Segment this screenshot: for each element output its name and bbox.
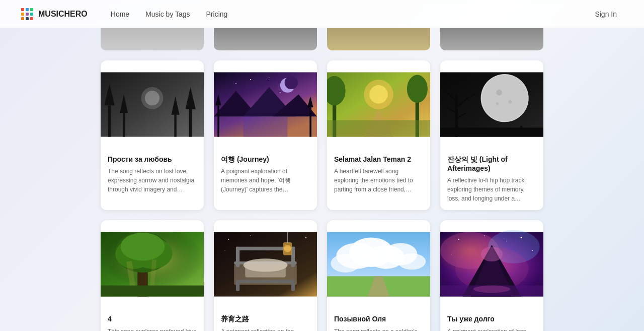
svg-point-11 bbox=[145, 91, 159, 105]
card-pozyvnoy-image bbox=[327, 220, 430, 308]
svg-point-85 bbox=[228, 239, 229, 240]
card-row-2: 4 This song explores profound love and l… bbox=[101, 220, 543, 331]
svg-rect-5 bbox=[30, 13, 33, 16]
card-light[interactable]: 잔상의 빛 (Light of Afterimages) A reflectiv… bbox=[440, 60, 543, 210]
card-row-1: Прости за любовь The song reflects on lo… bbox=[101, 60, 543, 210]
svg-point-86 bbox=[250, 235, 251, 236]
svg-point-42 bbox=[407, 75, 428, 103]
card-ty-title: Ты уже долго bbox=[447, 314, 536, 323]
svg-point-48 bbox=[496, 90, 502, 96]
logo[interactable]: MUSICHERO bbox=[20, 7, 88, 21]
svg-point-49 bbox=[508, 100, 512, 103]
svg-rect-6 bbox=[21, 17, 24, 20]
svg-rect-8 bbox=[30, 17, 33, 20]
svg-point-22 bbox=[285, 76, 298, 89]
svg-rect-60 bbox=[521, 128, 522, 131]
partial-row bbox=[0, 28, 644, 50]
logo-icon bbox=[20, 7, 34, 21]
svg-rect-3 bbox=[21, 13, 24, 16]
nav-pricing[interactable]: Pricing bbox=[199, 7, 235, 21]
svg-rect-1 bbox=[26, 8, 29, 11]
svg-point-38 bbox=[369, 85, 388, 104]
svg-point-84 bbox=[284, 245, 291, 252]
card-prosti-desc: The song reflects on lost love, expressi… bbox=[108, 167, 197, 194]
svg-point-25 bbox=[235, 83, 236, 84]
card-ty[interactable]: Ты уже долго A poignant exploration of l… bbox=[440, 220, 543, 331]
svg-rect-0 bbox=[21, 8, 24, 11]
partial-card-4 bbox=[440, 28, 543, 50]
svg-rect-7 bbox=[26, 17, 29, 20]
svg-rect-2 bbox=[30, 8, 33, 11]
nav-links: Home Music by Tags Pricing bbox=[104, 7, 588, 21]
card-4-desc: This song explores profound love and lon… bbox=[108, 327, 197, 331]
card-journey-title: 여행 (Journey) bbox=[221, 155, 310, 164]
svg-point-104 bbox=[484, 235, 485, 236]
brand-name: MUSICHERO bbox=[38, 10, 88, 19]
card-ty-desc: A poignant exploration of loss and yearn… bbox=[447, 327, 536, 331]
card-selamat-title: Selamat Jalan Teman 2 bbox=[334, 155, 423, 164]
card-qiyangzhi-image bbox=[214, 220, 317, 308]
card-journey-body: 여행 (Journey) A poignant exploration of m… bbox=[214, 149, 317, 201]
svg-point-103 bbox=[458, 239, 459, 240]
card-prosti[interactable]: Прости за любовь The song reflects on lo… bbox=[101, 60, 204, 210]
svg-point-111 bbox=[481, 247, 503, 261]
svg-rect-16 bbox=[123, 113, 125, 137]
svg-rect-79 bbox=[236, 280, 295, 283]
svg-point-47 bbox=[482, 75, 528, 121]
card-ty-image bbox=[440, 220, 543, 308]
card-4-image bbox=[101, 220, 204, 308]
svg-rect-18 bbox=[174, 115, 176, 137]
svg-rect-31 bbox=[214, 116, 317, 137]
svg-rect-4 bbox=[26, 13, 29, 16]
nav-home[interactable]: Home bbox=[104, 7, 136, 21]
svg-rect-14 bbox=[189, 109, 192, 137]
card-ty-body: Ты уже долго A poignant exploration of l… bbox=[440, 308, 543, 331]
card-qiyangzhi-title: 养育之路 bbox=[221, 314, 310, 323]
card-light-body: 잔상의 빛 (Light of Afterimages) A reflectiv… bbox=[440, 149, 543, 210]
card-4[interactable]: 4 This song explores profound love and l… bbox=[101, 220, 204, 331]
svg-rect-58 bbox=[440, 127, 543, 137]
main-content: Прости за любовь The song reflects on lo… bbox=[0, 50, 644, 331]
svg-point-107 bbox=[532, 250, 533, 251]
card-qiyangzhi[interactable]: 养育之路 A poignant reflection on the challe… bbox=[214, 220, 317, 331]
card-selamat[interactable]: Selamat Jalan Teman 2 A heartfelt farewe… bbox=[327, 60, 430, 210]
card-prosti-image bbox=[101, 60, 204, 149]
svg-rect-70 bbox=[101, 286, 204, 297]
card-4-body: 4 This song explores profound love and l… bbox=[101, 308, 204, 331]
card-selamat-image bbox=[327, 60, 430, 149]
nav-music-by-tags[interactable]: Music by Tags bbox=[138, 7, 197, 21]
partial-card-3 bbox=[327, 28, 430, 50]
svg-point-87 bbox=[305, 237, 306, 238]
svg-point-113 bbox=[473, 286, 510, 293]
svg-point-108 bbox=[506, 241, 507, 241]
card-pozyvnoy[interactable]: Позывной Оля The song reflects on a sold… bbox=[327, 220, 430, 331]
card-4-title: 4 bbox=[108, 314, 197, 323]
svg-point-50 bbox=[496, 102, 499, 105]
svg-rect-12 bbox=[108, 105, 111, 137]
card-selamat-desc: A heartfelt farewell song exploring the … bbox=[334, 167, 423, 194]
card-qiyangzhi-desc: A poignant reflection on the challenges … bbox=[221, 327, 310, 331]
svg-point-95 bbox=[398, 253, 426, 270]
svg-point-88 bbox=[224, 250, 225, 251]
card-light-image bbox=[440, 60, 543, 149]
sign-in-button[interactable]: Sign In bbox=[588, 7, 624, 21]
svg-rect-44 bbox=[327, 120, 430, 137]
card-journey-image bbox=[214, 60, 317, 149]
card-journey[interactable]: 여행 (Journey) A poignant exploration of m… bbox=[214, 60, 317, 210]
partial-card-1 bbox=[101, 28, 204, 50]
svg-point-105 bbox=[521, 237, 522, 238]
card-journey-desc: A poignant exploration of memories and h… bbox=[221, 167, 310, 194]
partial-card-2 bbox=[214, 28, 317, 50]
card-prosti-body: Прости за любовь The song reflects on lo… bbox=[101, 149, 204, 201]
svg-point-23 bbox=[250, 79, 251, 80]
svg-rect-32 bbox=[217, 105, 219, 137]
card-light-desc: A reflective lo-fi hip hop track explori… bbox=[447, 176, 536, 203]
navbar: MUSICHERO Home Music by Tags Pricing Sig… bbox=[0, 0, 644, 28]
card-selamat-body: Selamat Jalan Teman 2 A heartfelt farewe… bbox=[327, 149, 430, 201]
svg-point-94 bbox=[331, 254, 360, 273]
card-light-title: 잔상의 빛 (Light of Afterimages) bbox=[447, 155, 536, 173]
svg-point-26 bbox=[280, 92, 280, 93]
svg-point-67 bbox=[121, 233, 165, 261]
svg-rect-81 bbox=[245, 264, 286, 278]
svg-point-59 bbox=[520, 126, 522, 128]
